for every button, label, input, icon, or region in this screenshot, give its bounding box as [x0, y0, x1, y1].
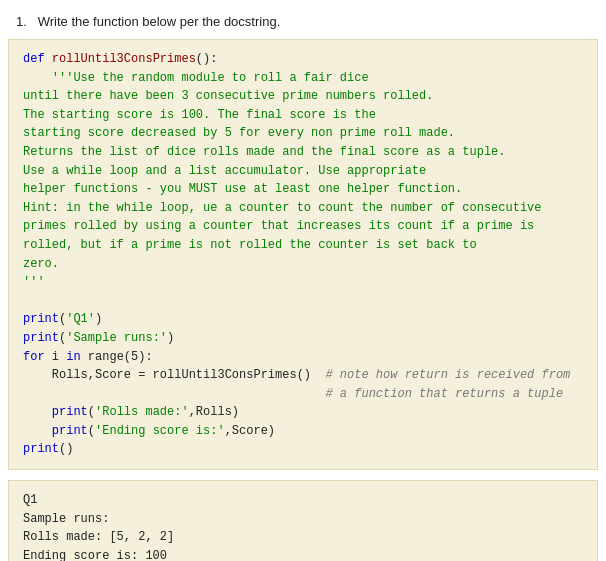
question-text: Write the function below per the docstri… — [38, 14, 281, 29]
question-header: 1. Write the function below per the docs… — [0, 0, 606, 39]
question-number: 1. — [16, 14, 27, 29]
code-block: def rollUntil3ConsPrimes(): '''Use the r… — [8, 39, 598, 470]
output-block: Q1 Sample runs: Rolls made: [5, 2, 2] En… — [8, 480, 598, 561]
